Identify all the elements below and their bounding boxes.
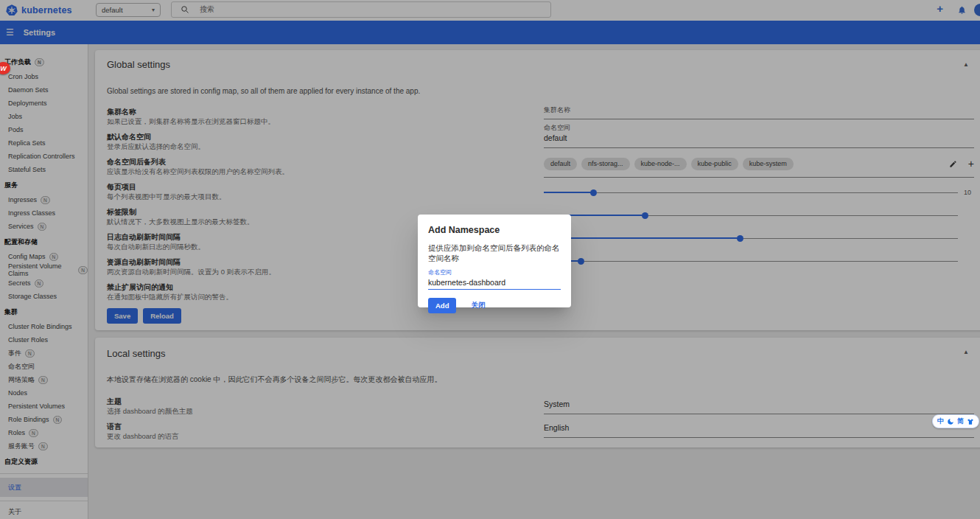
input-underline-focused <box>428 289 561 290</box>
dialog-title: Add Namespace <box>428 225 561 235</box>
dialog-message: 提供应添加到命名空间后备列表的命名空间名称 <box>428 243 561 264</box>
dark-mode-moon-icon[interactable] <box>947 418 954 425</box>
chinese-label[interactable]: 中 <box>937 417 944 426</box>
add-namespace-dialog: Add Namespace 提供应添加到命名空间后备列表的命名空间名称 命名空间… <box>418 215 571 307</box>
namespace-input[interactable]: kubernetes-dashboard <box>428 278 561 287</box>
close-button[interactable]: 关闭 <box>471 301 485 310</box>
dialog-actions: Add 关闭 <box>428 298 561 313</box>
translate-extension-widget[interactable]: 中 简 <box>932 414 979 428</box>
app-root: kubernetes default ▾ 搜索 + ☰ Settings <box>0 0 980 519</box>
shirt-theme-icon[interactable] <box>967 418 974 425</box>
simplified-label[interactable]: 简 <box>957 417 964 426</box>
add-button[interactable]: Add <box>428 298 456 313</box>
namespace-input-label: 命名空间 <box>428 268 561 276</box>
